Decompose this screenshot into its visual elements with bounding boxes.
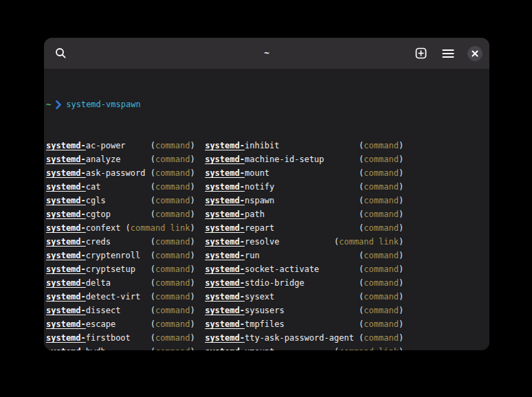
completion-entry: systemd-nspawn(command) [205, 194, 403, 207]
completion-entry: systemd-escape(command) [46, 317, 195, 331]
close-icon [472, 50, 478, 57]
shell-prompt: ~ systemd-vmspawn [46, 98, 489, 111]
search-button[interactable] [52, 45, 69, 62]
completion-entry: systemd-delta(command) [46, 276, 195, 290]
completion-entry: systemd-path(command) [205, 207, 403, 221]
completion-entry: systemd-cgtop(command) [46, 207, 195, 221]
completion-entry: systemd-tmpfiles(command) [205, 317, 403, 331]
prompt-chevron-icon [56, 100, 61, 109]
completion-entry: systemd-creds(command) [46, 235, 195, 249]
titlebar: ~ [44, 38, 489, 69]
completion-entry: systemd-resolve(command link) [205, 235, 403, 249]
terminal-window: ~ [44, 38, 489, 350]
completion-entry: systemd-notify(command) [205, 180, 403, 194]
new-tab-icon [415, 47, 427, 59]
close-button[interactable] [467, 46, 483, 61]
completion-entry: systemd-umount(command link) [205, 345, 403, 350]
new-tab-button[interactable] [412, 45, 429, 62]
completion-entry: systemd-machine-id-setup(command) [205, 152, 403, 166]
completion-entry: systemd-repart(command) [205, 221, 403, 235]
completion-entry: systemd-stdio-bridge(command) [205, 276, 403, 290]
completion-entry: systemd-cat(command) [46, 180, 195, 194]
completion-entry: systemd-firstboot(command) [46, 331, 195, 345]
completion-entry: systemd-cryptenroll(command) [46, 249, 195, 262]
completion-entry: systemd-sysext(command) [205, 290, 403, 304]
completion-entry: systemd-detect-virt(command) [46, 290, 195, 304]
completion-entry: systemd-hwdb(command) [46, 345, 195, 350]
completion-entry: systemd-cgls(command) [46, 194, 195, 207]
completion-entry: systemd-ac-power(command) [46, 139, 195, 152]
terminal-screen[interactable]: ~ systemd-vmspawn systemd-ac-power(comma… [44, 69, 489, 350]
completion-entry: systemd-dissect(command) [46, 304, 195, 317]
completion-entry: systemd-cryptsetup(command) [46, 262, 195, 276]
completion-entry: systemd-tty-ask-password-agent(command) [205, 331, 403, 345]
search-icon [55, 47, 67, 59]
completion-entry: systemd-confext(command link) [46, 221, 195, 235]
prompt-cwd: ~ [46, 98, 51, 111]
completion-entry: systemd-run(command) [205, 249, 403, 262]
completion-entry: systemd-analyze(command) [46, 152, 195, 166]
completion-entry: systemd-ask-password(command) [46, 166, 195, 180]
hamburger-menu-icon [442, 49, 454, 58]
menu-button[interactable] [440, 45, 456, 62]
completion-entry: systemd-inhibit(command) [205, 139, 403, 152]
completion-entry: systemd-mount(command) [205, 166, 403, 180]
prompt-command: systemd-vmspawn [66, 98, 140, 111]
completion-entry: systemd-socket-activate(command) [205, 262, 403, 276]
completion-entry: systemd-sysusers(command) [205, 304, 403, 317]
completion-grid: systemd-ac-power(command)systemd-inhibit… [46, 139, 489, 350]
